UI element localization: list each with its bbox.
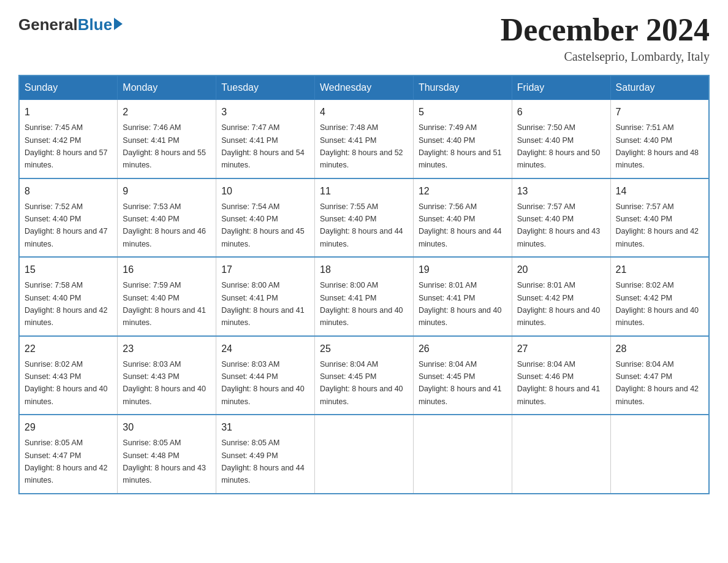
day-header-thursday: Thursday: [413, 75, 512, 100]
day-info: Sunrise: 7:49 AMSunset: 4:40 PMDaylight:…: [419, 123, 502, 169]
day-info: Sunrise: 7:57 AMSunset: 4:40 PMDaylight:…: [616, 202, 699, 248]
day-info: Sunrise: 7:45 AMSunset: 4:42 PMDaylight:…: [25, 123, 108, 169]
calendar-cell: 23Sunrise: 8:03 AMSunset: 4:43 PMDayligh…: [118, 336, 216, 415]
calendar-cell: 10Sunrise: 7:54 AMSunset: 4:40 PMDayligh…: [216, 178, 315, 258]
day-number: 28: [616, 342, 703, 356]
calendar-cell: 14Sunrise: 7:57 AMSunset: 4:40 PMDayligh…: [610, 178, 709, 258]
day-info: Sunrise: 7:55 AMSunset: 4:40 PMDaylight:…: [320, 202, 403, 248]
day-info: Sunrise: 7:51 AMSunset: 4:40 PMDaylight:…: [616, 123, 699, 169]
location-text: Castelseprio, Lombardy, Italy: [501, 50, 710, 64]
calendar-cell: 2Sunrise: 7:46 AMSunset: 4:41 PMDaylight…: [118, 100, 216, 178]
day-info: Sunrise: 8:05 AMSunset: 4:48 PMDaylight:…: [123, 439, 206, 484]
day-number: 9: [123, 184, 211, 199]
day-info: Sunrise: 7:58 AMSunset: 4:40 PMDaylight:…: [25, 281, 108, 327]
day-number: 10: [221, 184, 309, 199]
days-header-row: SundayMondayTuesdayWednesdayThursdayFrid…: [19, 75, 709, 100]
day-info: Sunrise: 8:02 AMSunset: 4:43 PMDaylight:…: [25, 360, 108, 406]
day-number: 30: [123, 420, 211, 435]
day-number: 15: [25, 262, 112, 277]
day-info: Sunrise: 7:56 AMSunset: 4:40 PMDaylight:…: [419, 202, 502, 248]
calendar-cell: 15Sunrise: 7:58 AMSunset: 4:40 PMDayligh…: [19, 257, 118, 336]
day-number: 1: [25, 105, 112, 120]
calendar-cell: 25Sunrise: 8:04 AMSunset: 4:45 PMDayligh…: [315, 336, 414, 415]
calendar-cell: 27Sunrise: 8:04 AMSunset: 4:46 PMDayligh…: [512, 336, 610, 415]
day-info: Sunrise: 8:04 AMSunset: 4:45 PMDaylight:…: [419, 360, 502, 406]
day-number: 20: [517, 262, 605, 277]
day-info: Sunrise: 7:59 AMSunset: 4:40 PMDaylight:…: [123, 281, 206, 327]
day-header-monday: Monday: [118, 75, 216, 100]
calendar-cell: [413, 415, 512, 494]
calendar-cell: 20Sunrise: 8:01 AMSunset: 4:42 PMDayligh…: [512, 257, 610, 336]
day-info: Sunrise: 7:50 AMSunset: 4:40 PMDaylight:…: [517, 123, 601, 169]
day-number: 29: [25, 420, 112, 435]
day-info: Sunrise: 8:00 AMSunset: 4:41 PMDaylight:…: [221, 281, 305, 327]
calendar-cell: 4Sunrise: 7:48 AMSunset: 4:41 PMDaylight…: [315, 100, 414, 178]
day-number: 6: [517, 105, 605, 120]
day-number: 26: [419, 342, 507, 356]
day-header-tuesday: Tuesday: [216, 75, 315, 100]
day-number: 21: [616, 262, 703, 277]
day-info: Sunrise: 8:04 AMSunset: 4:45 PMDaylight:…: [320, 360, 403, 406]
day-number: 13: [517, 184, 605, 199]
calendar-cell: 1Sunrise: 7:45 AMSunset: 4:42 PMDaylight…: [19, 100, 118, 178]
calendar-cell: 7Sunrise: 7:51 AMSunset: 4:40 PMDaylight…: [610, 100, 709, 178]
day-info: Sunrise: 7:53 AMSunset: 4:40 PMDaylight:…: [123, 202, 206, 248]
day-info: Sunrise: 8:05 AMSunset: 4:49 PMDaylight:…: [221, 439, 305, 484]
week-row-1: 1Sunrise: 7:45 AMSunset: 4:42 PMDaylight…: [19, 100, 709, 178]
day-number: 8: [25, 184, 112, 199]
day-number: 2: [123, 105, 211, 120]
logo-general-text: General: [18, 15, 78, 34]
day-info: Sunrise: 7:48 AMSunset: 4:41 PMDaylight:…: [320, 123, 403, 169]
day-info: Sunrise: 8:00 AMSunset: 4:41 PMDaylight:…: [320, 281, 403, 327]
calendar-cell: 13Sunrise: 7:57 AMSunset: 4:40 PMDayligh…: [512, 178, 610, 258]
calendar-cell: 26Sunrise: 8:04 AMSunset: 4:45 PMDayligh…: [413, 336, 512, 415]
day-number: 4: [320, 105, 408, 120]
day-number: 12: [419, 184, 507, 199]
day-info: Sunrise: 8:02 AMSunset: 4:42 PMDaylight:…: [616, 281, 699, 327]
logo-blue-text: Blue: [78, 15, 112, 34]
day-number: 23: [123, 342, 211, 356]
day-info: Sunrise: 7:47 AMSunset: 4:41 PMDaylight:…: [221, 123, 305, 169]
day-info: Sunrise: 8:04 AMSunset: 4:46 PMDaylight:…: [517, 360, 601, 406]
calendar-cell: 6Sunrise: 7:50 AMSunset: 4:40 PMDaylight…: [512, 100, 610, 178]
day-number: 3: [221, 105, 309, 120]
calendar-cell: [610, 415, 709, 494]
calendar-cell: 31Sunrise: 8:05 AMSunset: 4:49 PMDayligh…: [216, 415, 315, 494]
day-number: 27: [517, 342, 605, 356]
logo-text: General Blue: [18, 15, 123, 34]
calendar-cell: 11Sunrise: 7:55 AMSunset: 4:40 PMDayligh…: [315, 178, 414, 258]
calendar-cell: 8Sunrise: 7:52 AMSunset: 4:40 PMDaylight…: [19, 178, 118, 258]
calendar-cell: 30Sunrise: 8:05 AMSunset: 4:48 PMDayligh…: [118, 415, 216, 494]
calendar-cell: 5Sunrise: 7:49 AMSunset: 4:40 PMDaylight…: [413, 100, 512, 178]
week-row-5: 29Sunrise: 8:05 AMSunset: 4:47 PMDayligh…: [19, 415, 709, 494]
calendar-cell: 9Sunrise: 7:53 AMSunset: 4:40 PMDaylight…: [118, 178, 216, 258]
day-number: 24: [221, 342, 309, 356]
calendar-cell: 19Sunrise: 8:01 AMSunset: 4:41 PMDayligh…: [413, 257, 512, 336]
day-info: Sunrise: 7:52 AMSunset: 4:40 PMDaylight:…: [25, 202, 108, 248]
week-row-4: 22Sunrise: 8:02 AMSunset: 4:43 PMDayligh…: [19, 336, 709, 415]
week-row-3: 15Sunrise: 7:58 AMSunset: 4:40 PMDayligh…: [19, 257, 709, 336]
day-info: Sunrise: 8:05 AMSunset: 4:47 PMDaylight:…: [25, 439, 108, 484]
day-number: 31: [221, 420, 309, 435]
day-info: Sunrise: 8:03 AMSunset: 4:44 PMDaylight:…: [221, 360, 305, 406]
week-row-2: 8Sunrise: 7:52 AMSunset: 4:40 PMDaylight…: [19, 178, 709, 258]
calendar-cell: 21Sunrise: 8:02 AMSunset: 4:42 PMDayligh…: [610, 257, 709, 336]
calendar-cell: 24Sunrise: 8:03 AMSunset: 4:44 PMDayligh…: [216, 336, 315, 415]
day-number: 14: [616, 184, 703, 199]
calendar-table: SundayMondayTuesdayWednesdayThursdayFrid…: [18, 75, 710, 494]
day-info: Sunrise: 8:01 AMSunset: 4:41 PMDaylight:…: [419, 281, 502, 327]
day-info: Sunrise: 8:03 AMSunset: 4:43 PMDaylight:…: [123, 360, 206, 406]
calendar-cell: 17Sunrise: 8:00 AMSunset: 4:41 PMDayligh…: [216, 257, 315, 336]
calendar-cell: 16Sunrise: 7:59 AMSunset: 4:40 PMDayligh…: [118, 257, 216, 336]
calendar-cell: 22Sunrise: 8:02 AMSunset: 4:43 PMDayligh…: [19, 336, 118, 415]
calendar-cell: 12Sunrise: 7:56 AMSunset: 4:40 PMDayligh…: [413, 178, 512, 258]
logo: General Blue: [18, 12, 123, 34]
day-header-saturday: Saturday: [610, 75, 709, 100]
day-info: Sunrise: 7:54 AMSunset: 4:40 PMDaylight:…: [221, 202, 305, 248]
calendar-cell: [315, 415, 414, 494]
day-header-friday: Friday: [512, 75, 610, 100]
day-info: Sunrise: 7:57 AMSunset: 4:40 PMDaylight:…: [517, 202, 601, 248]
logo-blue-part: Blue: [78, 15, 123, 34]
day-number: 16: [123, 262, 211, 277]
day-number: 22: [25, 342, 112, 356]
